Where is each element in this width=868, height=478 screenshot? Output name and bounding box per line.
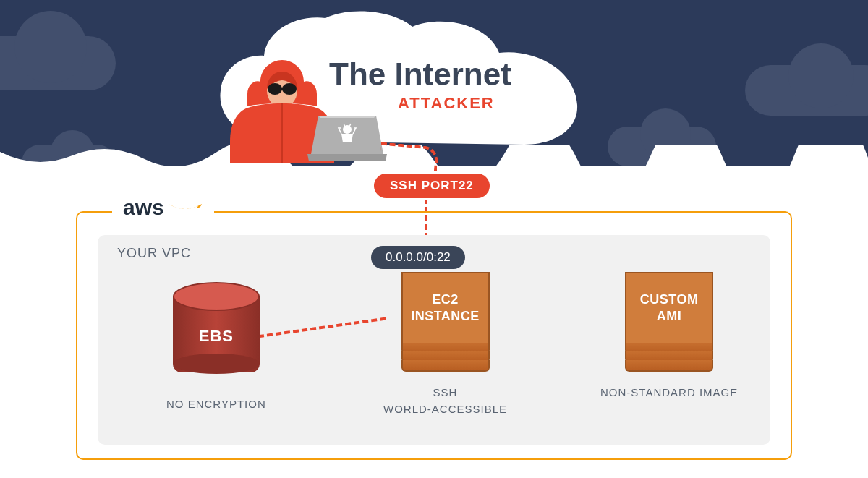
aws-swoosh-icon	[167, 201, 203, 214]
ami-resource: CUSTOMAMI NON-STANDARD IMAGE	[600, 272, 738, 401]
svg-rect-3	[280, 88, 284, 90]
ssh-port-badge: SSH PORT22	[373, 172, 491, 200]
attacker-label: ATTACKER	[398, 94, 495, 113]
ami-caption: NON-STANDARD IMAGE	[600, 385, 738, 401]
bg-cloud	[0, 36, 116, 90]
laptop-icon	[307, 112, 387, 166]
aws-text: aws	[123, 195, 164, 220]
ebs-cylinder-icon: EBS	[173, 282, 260, 383]
ebs-caption: NO ENCRYPTION	[166, 396, 266, 413]
vpc-label: YOUR VPC	[117, 246, 191, 261]
cidr-badge: 0.0.0.0/0:22	[371, 246, 465, 269]
svg-point-4	[343, 125, 352, 134]
ec2-stack-layers	[401, 343, 490, 369]
ec2-resource: EC2INSTANCE SSHWORLD-ACCESSIBLE	[383, 272, 507, 417]
bg-cloud	[745, 65, 868, 116]
ec2-caption: SSHWORLD-ACCESSIBLE	[383, 385, 507, 417]
ec2-label: EC2INSTANCE	[411, 291, 480, 325]
ami-label: CUSTOMAMI	[640, 291, 699, 325]
ebs-resource: EBS NO ENCRYPTION	[166, 282, 266, 413]
internet-title: The Internet	[329, 56, 511, 93]
ebs-label: EBS	[173, 327, 260, 346]
ami-stack-layers	[625, 343, 713, 369]
ec2-box-icon: EC2INSTANCE	[401, 272, 490, 344]
ami-box-icon: CUSTOMAMI	[625, 272, 713, 344]
aws-label: aws	[112, 195, 214, 220]
